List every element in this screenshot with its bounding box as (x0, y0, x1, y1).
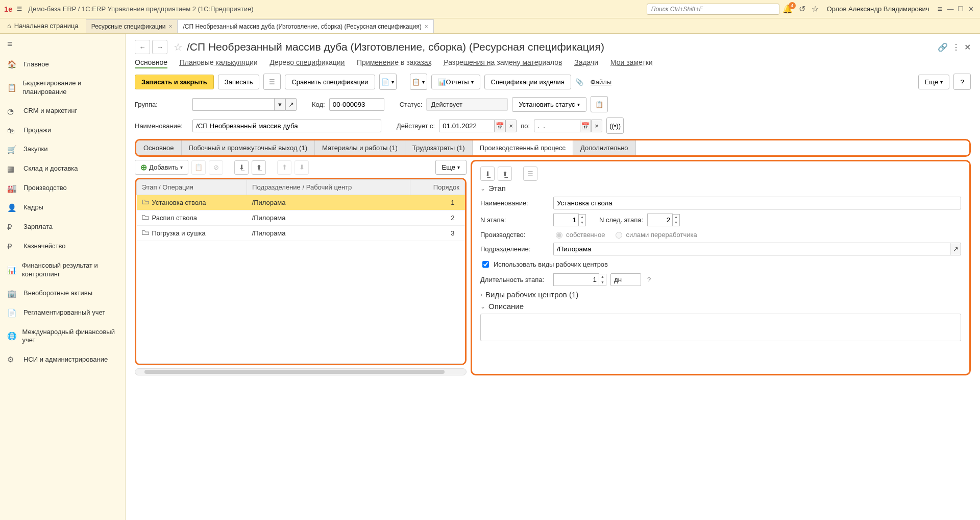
home-tab[interactable]: ⌂ Начальная страница (0, 18, 86, 33)
section-link[interactable]: Разрешения на замену материалов (444, 58, 562, 66)
group-input[interactable] (192, 98, 274, 111)
help-icon[interactable]: ? (647, 276, 651, 283)
section-link[interactable]: Мои заметки (610, 58, 653, 66)
sidebar-item[interactable]: 🛍Продажи (0, 121, 125, 140)
table-row[interactable]: Распил ствола /Пилорама 2 (137, 210, 465, 226)
dtab-process[interactable]: Производственный процесс (473, 140, 573, 155)
code-input[interactable] (329, 98, 384, 111)
description-textarea[interactable] (480, 314, 961, 341)
col-operation[interactable]: Этап / Операция (137, 180, 247, 195)
sidebar-item[interactable]: ▦Склад и доставка (0, 159, 125, 179)
table-row[interactable]: Погрузка и сушка /Пилорама 3 (137, 226, 465, 241)
save-button[interactable]: Записать (218, 75, 260, 89)
close-icon[interactable]: × (168, 23, 172, 30)
list-icon-button[interactable]: ☰ (263, 74, 281, 90)
sidebar-item[interactable]: ◔CRM и маркетинг (0, 102, 125, 121)
expand-all-button[interactable]: ⬇̲ (234, 160, 249, 175)
status-history-button[interactable]: 📋 (591, 96, 608, 112)
sidebar-item[interactable]: ₽Зарплата (0, 218, 125, 237)
dept-input[interactable] (553, 243, 950, 255)
name-input[interactable] (192, 120, 381, 132)
col-department[interactable]: Подразделение / Рабочий центр (247, 180, 410, 195)
section-link[interactable]: Применение в заказах (357, 58, 432, 66)
section-link-main[interactable]: Основное (135, 58, 167, 68)
tab-spec-item[interactable]: /СП Необрезанный массив дуба (Изготовлен… (178, 19, 433, 33)
link-icon[interactable]: 🔗 (938, 42, 948, 52)
add-button[interactable]: ⊕Добавить▾ (135, 160, 188, 175)
nav-back-button[interactable]: ← (135, 40, 150, 54)
chevron-down-icon[interactable]: ▾ (274, 98, 285, 111)
minimize-button[interactable]: — (945, 5, 955, 13)
wc-section-header[interactable]: ›Виды рабочих центров (1) (480, 290, 961, 299)
expand-detail-button[interactable]: ⬇̲ (480, 167, 495, 181)
more-icon[interactable]: ⋮ (952, 42, 960, 52)
open-icon[interactable]: ↗ (950, 243, 961, 255)
move-down-button[interactable]: ⬇ (295, 160, 309, 175)
valid-from-input[interactable] (439, 120, 494, 132)
radio-own[interactable]: собственное (553, 230, 605, 239)
dtab-materials[interactable]: Материалы и работы (1) (315, 140, 405, 155)
sidebar-item[interactable]: 📊Финансовый результат и контроллинг (0, 256, 125, 284)
dtab-labor[interactable]: Трудозатраты (1) (405, 140, 473, 155)
clear-icon[interactable]: × (591, 120, 602, 132)
spec-items-button[interactable]: Спецификации изделия (484, 75, 571, 89)
sidebar-item[interactable]: 🏭Производство (0, 179, 125, 198)
create-from-button[interactable]: 📄▾ (379, 74, 397, 90)
sidebar-item[interactable]: 📋Бюджетирование и планирование (0, 74, 125, 102)
help-button[interactable]: ? (953, 74, 971, 90)
compare-button[interactable]: Сравнить спецификации (285, 75, 375, 89)
nav-forward-button[interactable]: → (152, 40, 167, 54)
stage-num-stepper[interactable]: ▲▼ (553, 214, 586, 226)
tab-spec-list[interactable]: Ресурсные спецификации × (86, 19, 178, 33)
radio-outsource[interactable]: силами переработчика (613, 230, 697, 239)
collapse-all-button[interactable]: ⬆̲ (252, 160, 266, 175)
close-window-button[interactable]: ✕ (966, 5, 976, 13)
save-close-button[interactable]: Записать и закрыть (135, 75, 214, 89)
copy-row-button[interactable]: 📋 (191, 160, 206, 175)
stage-name-input[interactable] (553, 197, 961, 209)
calendar-icon[interactable]: 📅 (494, 120, 505, 132)
move-up-button[interactable]: ⬆ (277, 160, 291, 175)
main-menu-icon[interactable]: ≡ (17, 4, 22, 14)
clear-icon[interactable]: × (505, 120, 517, 132)
desc-section-header[interactable]: ⌄Описание (480, 302, 961, 311)
dtab-byproduct[interactable]: Побочный и промежуточный выход (1) (182, 140, 315, 155)
sidebar-item[interactable]: 🏢Внеоборотные активы (0, 284, 125, 303)
valid-to-input[interactable] (534, 120, 580, 132)
duration-stepper[interactable]: ▲▼ (553, 273, 606, 286)
section-link[interactable]: Задачи (574, 58, 598, 66)
settings-icon[interactable]: ≡ (938, 5, 942, 14)
reports-button[interactable]: 📊 Отчеты▾ (431, 75, 480, 89)
copy-icon-button[interactable]: 📋▾ (410, 74, 427, 90)
close-icon[interactable]: × (425, 23, 428, 30)
sidebar-item[interactable]: 👤Кадры (0, 198, 125, 218)
sidebar-item[interactable]: 📄Регламентированный учет (0, 303, 125, 323)
maximize-button[interactable]: ☐ (955, 5, 966, 13)
star-icon[interactable]: ☆ (812, 4, 819, 14)
set-status-button[interactable]: Установить статус▾ (512, 97, 586, 112)
history-icon[interactable]: ↺ (799, 4, 805, 14)
sidebar-item[interactable]: 🛒Закупки (0, 140, 125, 159)
col-order[interactable]: Порядок (410, 180, 465, 195)
sidebar-toggle-icon[interactable]: ≡ (0, 34, 125, 55)
broadcast-icon-button[interactable]: ((•)) (606, 117, 624, 134)
dtab-extra[interactable]: Дополнительно (573, 140, 636, 155)
favorite-star-icon[interactable]: ☆ (174, 41, 183, 53)
sidebar-item[interactable]: 🏠Главное (0, 55, 125, 74)
attach-icon[interactable]: 📎 (575, 78, 583, 86)
section-link[interactable]: Плановые калькуляции (180, 58, 258, 66)
calendar-icon[interactable]: 📅 (580, 120, 591, 132)
delete-row-button[interactable]: ⊘ (209, 160, 223, 175)
table-row[interactable]: Установка ствола /Пилорама 1 (137, 195, 465, 210)
detail-list-button[interactable]: ☰ (523, 167, 537, 181)
horizontal-scrollbar[interactable] (135, 368, 467, 375)
files-link[interactable]: Файлы (591, 78, 611, 86)
use-wc-checkbox[interactable] (482, 261, 489, 268)
close-page-button[interactable]: ✕ (964, 42, 971, 52)
duration-unit-input[interactable] (610, 273, 641, 286)
sidebar-item[interactable]: 🌐Международный финансовый учет (0, 323, 125, 350)
sidebar-item[interactable]: ₽Казначейство (0, 237, 125, 256)
stage-section-header[interactable]: ⌄Этап (480, 184, 961, 193)
dtab-main[interactable]: Основное (136, 140, 182, 155)
next-num-stepper[interactable]: ▲▼ (647, 214, 680, 226)
